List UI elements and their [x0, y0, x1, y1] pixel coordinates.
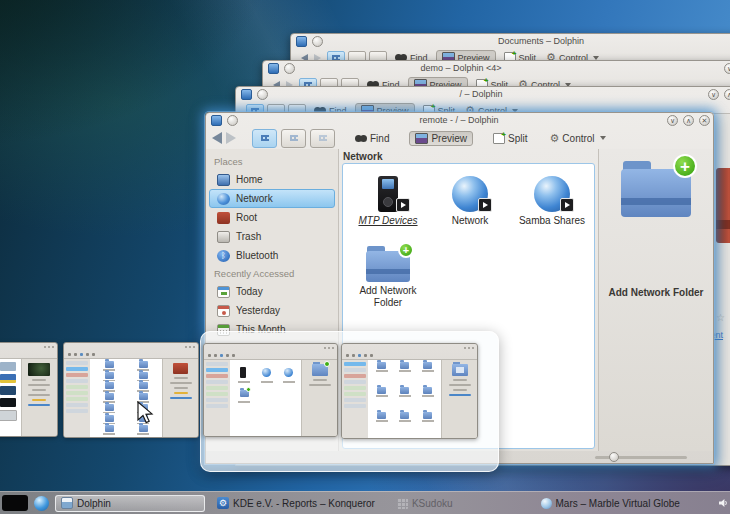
picture-thumb	[0, 386, 16, 395]
close-button[interactable]: ✕	[699, 115, 710, 126]
window-title: Documents – Dolphin	[441, 36, 641, 46]
preview-toolbar	[342, 351, 477, 359]
titlebar[interactable]: remote - / – Dolphin ∨ ∧ ✕	[206, 113, 713, 127]
details-view-button[interactable]	[310, 129, 335, 148]
mini-globe-icon	[262, 368, 271, 377]
forward-icon[interactable]	[226, 132, 236, 144]
split-icon	[493, 133, 505, 144]
window-preview-home[interactable]	[341, 343, 478, 439]
picture-thumb	[0, 398, 16, 407]
control-button[interactable]: ⚙Control	[547, 132, 607, 145]
marble-globe-icon	[541, 498, 552, 509]
panel-widget[interactable]	[2, 495, 28, 511]
places-header: Places	[206, 153, 338, 170]
window-title: / – Dolphin	[381, 89, 581, 99]
volume-icon[interactable]	[719, 498, 729, 508]
toolbar: Find Preview Split ⚙Control	[206, 127, 713, 149]
red-root-folder-icon	[716, 168, 730, 243]
root-folder-icon	[217, 212, 230, 224]
sidebar-item-home[interactable]: Home	[209, 170, 335, 189]
details-view-icon	[319, 135, 327, 141]
zoom-slider-knob[interactable]	[609, 452, 619, 462]
find-button[interactable]: Find	[353, 132, 391, 145]
preview-info-panel	[301, 360, 337, 436]
shade-button[interactable]: ∨	[724, 63, 730, 74]
desktop: Documents – Dolphin ∨ ∧ ✕ Find Preview S…	[0, 0, 730, 514]
mouse-cursor	[136, 401, 154, 425]
item-network[interactable]: Network	[429, 170, 511, 227]
preview-main	[90, 359, 162, 437]
home-icon	[217, 174, 230, 186]
maximize-button[interactable]: ∧	[683, 115, 694, 126]
mtp-device-icon	[378, 176, 398, 212]
kde-gear-icon: ⚙	[217, 497, 229, 509]
window-preview-network[interactable]	[203, 343, 338, 437]
preview-info-panel	[162, 359, 198, 437]
preview-sidebar	[64, 359, 90, 437]
titlebar[interactable]: demo – Dolphin <4> ∨ ∧ ✕	[263, 61, 730, 75]
window-menu-button[interactable]	[284, 63, 295, 74]
task-ksudoku[interactable]: KSudoku	[397, 498, 453, 509]
bluetooth-icon: ᛒ	[217, 250, 230, 262]
back-icon[interactable]	[212, 132, 222, 144]
window-menu-button[interactable]	[312, 36, 323, 47]
preview-titlebar	[0, 343, 57, 350]
sidebar-item-trash[interactable]: Trash	[209, 227, 335, 246]
preview-button[interactable]: Preview	[409, 131, 473, 146]
calendar-today-icon	[217, 286, 230, 298]
window-preview-folders[interactable]	[63, 342, 199, 438]
sidebar-item-yesterday[interactable]: Yesterday	[209, 301, 335, 320]
task-konqueror[interactable]: ⚙ KDE e.V. - Reports – Konqueror	[217, 497, 375, 509]
window-preview-documents[interactable]	[0, 342, 58, 437]
information-panel: + Add Network Folder	[598, 149, 713, 451]
preview-titlebar	[204, 344, 337, 351]
add-folder-icon: +	[366, 246, 410, 282]
sidebar-item-root[interactable]: Root	[209, 208, 335, 227]
window-menu-button[interactable]	[257, 89, 268, 100]
icons-view-icon	[261, 135, 269, 141]
preview-icon	[415, 133, 428, 144]
icons-view-button[interactable]	[252, 129, 277, 148]
item-samba-shares[interactable]: Samba Shares	[511, 170, 593, 227]
launcher-orb-icon[interactable]	[34, 496, 49, 511]
item-add-network-folder[interactable]: + Add Network Folder	[347, 240, 429, 308]
task-dolphin[interactable]: Dolphin	[55, 495, 205, 512]
compact-view-icon	[290, 135, 298, 141]
maximize-button[interactable]: ∧	[724, 89, 730, 100]
shade-button[interactable]: ∨	[667, 115, 678, 126]
item-mtp-devices[interactable]: MTP Devices	[347, 170, 429, 227]
preview-info-panel	[441, 360, 477, 438]
window-menu-button[interactable]	[227, 115, 238, 126]
dolphin-app-icon	[211, 115, 222, 126]
gear-icon: ⚙	[549, 133, 559, 144]
sidebar-item-today[interactable]: Today	[209, 282, 335, 301]
sidebar-item-bluetooth[interactable]: ᛒBluetooth	[209, 246, 335, 265]
compact-view-button[interactable]	[281, 129, 306, 148]
window-title: demo – Dolphin <4>	[361, 63, 561, 73]
find-icon	[355, 135, 367, 142]
sidebar-item-network[interactable]: Network	[209, 189, 335, 208]
preview-titlebar	[342, 344, 477, 351]
ksudoku-icon	[397, 498, 408, 509]
calendar-yesterday-icon	[217, 305, 230, 317]
dolphin-app-icon	[268, 63, 279, 74]
task-marble[interactable]: Mars – Marble Virtual Globe	[541, 498, 680, 509]
titlebar[interactable]: / – Dolphin ∨ ∧ ✕	[236, 87, 730, 101]
titlebar[interactable]: Documents – Dolphin ∨ ∧ ✕	[291, 34, 730, 48]
preview-main	[0, 359, 21, 436]
preview-main	[230, 360, 301, 436]
zoom-slider[interactable]	[595, 456, 687, 459]
plus-emblem-icon: +	[673, 154, 697, 178]
plus-emblem-icon: +	[398, 242, 414, 258]
info-panel-label: Add Network Folder	[599, 287, 713, 298]
link-emblem-icon	[560, 198, 574, 212]
mini-globe-icon	[284, 368, 293, 377]
add-network-folder-icon: +	[621, 161, 691, 217]
window-title: remote - / – Dolphin	[359, 115, 559, 125]
preview-sidebar	[204, 360, 230, 436]
link-emblem-icon	[478, 198, 492, 212]
shade-button[interactable]: ∨	[708, 89, 719, 100]
picture-preview	[28, 363, 50, 376]
mini-add-folder-icon	[240, 390, 249, 397]
split-button[interactable]: Split	[491, 132, 529, 145]
